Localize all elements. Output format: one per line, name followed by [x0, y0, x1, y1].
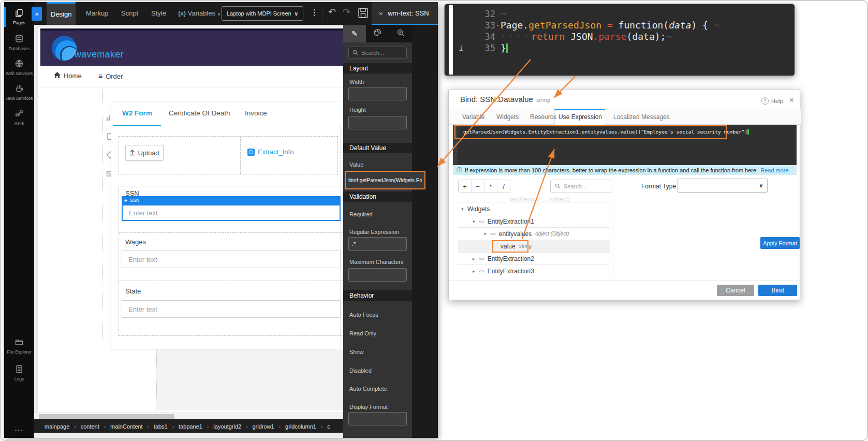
close-icon[interactable]: × [789, 95, 794, 104]
text-cursor [747, 129, 749, 135]
crumb-layoutgrid2[interactable]: layoutgrid2 [213, 423, 241, 430]
tree-row-entityextraction3[interactable]: ▸<>EntityExtraction3 [458, 265, 610, 275]
crumb-content[interactable]: content [81, 423, 99, 430]
format-type-select[interactable]: ∨ [678, 179, 768, 193]
code-line-32[interactable]: ¬ [501, 8, 506, 20]
tree-row-value[interactable]: valuestring [458, 240, 610, 253]
canvas-horizontal-scrollbar[interactable]: ▶ [34, 413, 369, 419]
code-line-33[interactable]: Page.getParsedJson = function(data) { ¬ [501, 20, 719, 31]
tab-variable[interactable]: Variable [462, 113, 484, 121]
chevron-down-icon: ∨ [295, 11, 298, 17]
tree-row-entityextraction1[interactable]: ▾<>EntityExtraction1 [458, 215, 610, 228]
line-number: i35 [455, 42, 495, 54]
nav-home[interactable]: Home [54, 72, 82, 80]
crumb-gridrow1[interactable]: gridrow1 [253, 423, 274, 430]
crumb-maincontent[interactable]: mainContent [110, 423, 142, 430]
device-selector[interactable]: Laptop with MDPI Screen ∨ [222, 6, 303, 21]
sidebar-item-pages[interactable]: Pages [4, 8, 34, 25]
row-divider [119, 232, 365, 233]
display-format-input[interactable] [348, 412, 407, 425]
tree-search-input[interactable] [564, 183, 605, 189]
help-link[interactable]: ? Help [761, 97, 783, 105]
tab-invoice[interactable]: Invoice [245, 109, 267, 117]
undo-icon[interactable]: ↶ [328, 6, 336, 18]
ssn-input[interactable] [122, 204, 341, 221]
sidebar-item-databases[interactable]: Databases [4, 34, 34, 51]
bind-button[interactable]: Bind [758, 285, 797, 296]
tab-w2-form[interactable]: W2 Form [122, 109, 152, 117]
properties-search[interactable] [348, 47, 407, 59]
tab-styles[interactable] [366, 25, 389, 42]
panel-collapse-icon[interactable]: » [379, 9, 382, 17]
database-icon [14, 34, 24, 46]
nav-order[interactable]: ≡ Order [98, 72, 123, 80]
crumb-mainpage[interactable]: mainpage [45, 423, 69, 430]
horizontal-scroll-thumb[interactable] [39, 414, 174, 419]
wages-input[interactable] [122, 251, 341, 268]
apply-format-button[interactable]: Apply Format [760, 237, 800, 249]
code-line-35[interactable]: } [501, 42, 508, 54]
state-input[interactable] [122, 300, 341, 318]
tree-row-entityextraction2[interactable]: ▸<>EntityExtraction2 [458, 253, 610, 265]
properties-search-input[interactable] [361, 50, 403, 56]
crumb-c[interactable]: c [327, 423, 330, 430]
tab-style[interactable]: Style [147, 2, 170, 25]
script-editor-window: 32 33▾ 34 i35 ¬ Page.getParsedJson = fun… [444, 4, 795, 76]
tab-script[interactable]: Script [117, 2, 142, 25]
move-icon: + [124, 198, 127, 203]
tab-properties[interactable]: ✎ [343, 25, 366, 42]
regex-input[interactable] [348, 237, 407, 251]
kebab-menu-icon[interactable]: ⋮ [311, 8, 318, 17]
crumb-gridcolumn1[interactable]: gridcolumn1 [285, 423, 316, 430]
sidebar-more-icon[interactable]: ••• [4, 428, 34, 433]
plus-operator-button[interactable]: + [459, 180, 472, 193]
info-text: If expression is more than 100 character… [465, 167, 758, 173]
fold-icon[interactable]: ▾ [496, 20, 499, 31]
tab-markup[interactable]: Markup [82, 2, 112, 25]
brand-text: wavemaker [75, 49, 124, 60]
height-input[interactable] [348, 116, 407, 129]
tab-use-expression[interactable]: Use Expression [558, 113, 602, 121]
variables-menu[interactable]: {x} Variables ∨ [178, 2, 220, 25]
width-input[interactable] [348, 87, 407, 100]
value-input[interactable] [345, 171, 425, 189]
tree-closed-icon[interactable]: ▸ [473, 269, 479, 274]
upload-button[interactable]: Upload [125, 145, 164, 160]
crumb-tabs1[interactable]: tabs1 [154, 423, 168, 430]
sidebar-collapse-button[interactable]: » [32, 7, 42, 21]
code-line-34[interactable]: ····return JSON.parse(data);¬ [501, 31, 671, 42]
tab-design[interactable]: Design [47, 2, 76, 25]
tree-row-clipped[interactable]: lastRecord … (object) [458, 196, 610, 203]
tab-localized-messages[interactable]: Localized Messages [613, 113, 670, 121]
sidebar-item-apis[interactable]: APIs [4, 109, 34, 126]
crumb-tabpane1[interactable]: tabpane1 [179, 423, 202, 430]
tab-certificate-of-death[interactable]: Certificate Of Death [169, 109, 230, 117]
sidebar-item-web-services[interactable]: Web Services [4, 59, 34, 76]
sidebar-item-file-explorer[interactable]: File Explorer [4, 337, 34, 355]
selected-widget-handle[interactable]: + SSN [122, 196, 341, 204]
divide-operator-button[interactable]: / [497, 180, 510, 193]
line-number: 33▾ [455, 20, 495, 31]
tab-resource[interactable]: Resource [530, 113, 556, 121]
cancel-button[interactable]: Cancel [717, 285, 754, 296]
tab-widgets[interactable]: Widgets [496, 113, 519, 121]
tree-open-icon[interactable]: ▾ [484, 231, 490, 237]
sidebar-item-java-services[interactable]: Java Services [4, 84, 34, 101]
section-behavior: Behavior [343, 290, 412, 301]
redo-icon[interactable]: ↷ [343, 6, 350, 18]
tree-open-icon[interactable]: ▾ [473, 219, 479, 224]
sidebar-item-logs[interactable]: Logs [4, 364, 34, 381]
expression-editor[interactable]: getParsedJson(Widgets.EntityExtraction1.… [453, 125, 797, 165]
tree-open-icon[interactable]: ▾ [461, 207, 467, 212]
extract-info-link[interactable]: Extract_Info [247, 148, 293, 156]
save-icon[interactable] [358, 7, 369, 21]
max-characters-input[interactable] [348, 268, 407, 282]
tree-search[interactable] [550, 180, 611, 193]
tree-closed-icon[interactable]: ▸ [473, 256, 479, 261]
tree-row-widgets[interactable]: ▾Widgets [458, 203, 610, 215]
multiply-operator-button[interactable]: * [484, 180, 497, 193]
minus-operator-button[interactable]: − [472, 180, 484, 193]
read-more-link[interactable]: Read more [760, 167, 788, 173]
tree-row-entityvalues[interactable]: ▾<>entityvaluesobject (Object) [458, 228, 610, 240]
tab-advanced[interactable] [389, 25, 412, 42]
